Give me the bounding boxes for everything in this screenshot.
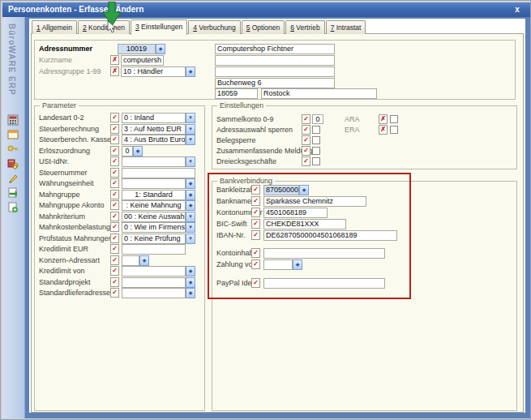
spinner-icon[interactable]: ◆	[186, 200, 195, 211]
spinner-icon[interactable]: ◆	[186, 288, 195, 298]
check-icon[interactable]: ✓	[110, 168, 119, 178]
adressgruppe-field[interactable]: 10 : Händler	[121, 66, 186, 77]
bankname-field[interactable]: Sparkasse Chemnitz	[263, 196, 366, 207]
city-field[interactable]: Rostock	[261, 88, 377, 99]
check-icon[interactable]: ✓	[110, 234, 119, 243]
address-name3-field[interactable]	[215, 66, 335, 77]
check-icon[interactable]: ✓	[110, 277, 119, 287]
steuerberechn-kasse-dropdown[interactable]: 4 : Aus Brutto Euro	[122, 135, 186, 145]
spinner-icon[interactable]: ◆	[299, 185, 309, 195]
standardprojekt-field[interactable]	[122, 277, 186, 288]
check-icon[interactable]: ✓	[302, 135, 310, 145]
dropdown-icon[interactable]: ▼	[186, 234, 195, 244]
erloeszuordnung-field[interactable]: 0	[122, 146, 133, 156]
adressnummer-field[interactable]: 10019	[118, 44, 156, 54]
ledger-coins-icon[interactable]	[7, 158, 19, 169]
check-icon[interactable]: ✓	[110, 222, 119, 232]
check-icon[interactable]: ✓	[251, 259, 260, 269]
standardlieferadresse-field[interactable]	[122, 288, 186, 298]
x-icon[interactable]: ✗	[110, 55, 119, 65]
close-icon[interactable]: x	[512, 2, 523, 17]
steuernummer-field[interactable]	[122, 168, 195, 178]
document-export-icon[interactable]	[7, 187, 19, 199]
mahnkostenbelastung-dropdown[interactable]: 0 : Wie im Firmenstamm eing	[122, 222, 186, 233]
x-icon[interactable]: ✗	[379, 114, 388, 124]
spinner-icon[interactable]: ◆	[186, 277, 195, 288]
ara-checkbox[interactable]	[390, 115, 398, 123]
bankleitzahl-field[interactable]: 87050000	[263, 185, 299, 195]
paypal-ident-field[interactable]	[263, 278, 385, 289]
spinner-icon[interactable]: ◆	[186, 190, 195, 200]
sammelkonto-field[interactable]: 0	[312, 114, 323, 124]
check-icon[interactable]: ✓	[251, 185, 260, 195]
kreditlimit-eur-field[interactable]	[122, 244, 186, 255]
belegsperre-checkbox[interactable]	[312, 136, 320, 144]
steuerberechnung-dropdown[interactable]: 3 : Auf Netto EUR	[122, 124, 186, 135]
tab-optionen[interactable]: 5 Optionen	[242, 20, 285, 34]
check-icon[interactable]: ✓	[110, 124, 119, 134]
title-bar[interactable]: Personenkonten - Erfassen/Ändern x	[2, 2, 530, 17]
adressgruppe-spinner[interactable]: ◆	[186, 66, 195, 77]
spinner-icon[interactable]: ◆	[133, 146, 143, 156]
kontonummer-field[interactable]: 4501068189	[263, 208, 328, 218]
check-icon[interactable]: ✓	[251, 196, 260, 206]
dreiecksgeschaefte-checkbox[interactable]	[312, 157, 320, 165]
zahlung-von-field[interactable]	[263, 259, 293, 270]
waehrungseinheit-field[interactable]	[122, 178, 186, 189]
dropdown-icon[interactable]: ▼	[186, 222, 195, 233]
landesart-dropdown[interactable]: 0 : Inland	[122, 113, 186, 123]
zusammenfassende-meldung-checkbox[interactable]	[312, 147, 320, 155]
check-icon[interactable]: ✓	[110, 135, 119, 144]
check-icon[interactable]: ✓	[110, 288, 119, 298]
spinner-icon[interactable]: ◆	[186, 266, 195, 276]
check-icon[interactable]: ✓	[302, 114, 310, 124]
iban-field[interactable]: DE62870500004501068189	[263, 230, 397, 241]
spinner-icon[interactable]: ◆	[139, 255, 149, 266]
konzern-adressart-field[interactable]	[122, 255, 139, 266]
tab-intrastat[interactable]: 7 Intrastat	[326, 20, 366, 34]
address-name2-field[interactable]	[215, 55, 335, 66]
tab-vertrieb[interactable]: 6 Vertrieb	[285, 20, 324, 34]
pen-icon[interactable]	[7, 173, 19, 184]
calculator-icon[interactable]	[7, 114, 19, 126]
ust-idnr-dropdown[interactable]	[122, 156, 186, 167]
kontoinhaber-field[interactable]	[263, 248, 385, 259]
x-icon[interactable]: ✗	[110, 66, 119, 76]
kurzname-field[interactable]: computersh	[121, 55, 164, 66]
check-icon[interactable]: ✓	[110, 190, 119, 199]
check-icon[interactable]: ✓	[110, 212, 119, 221]
check-icon[interactable]: ✓	[251, 208, 260, 217]
pruefstatus-dropdown[interactable]: 0 : Keine Prüfung	[122, 234, 186, 244]
mahnkriterium-dropdown[interactable]: 00 : Keine Auswahl	[122, 212, 186, 222]
check-icon[interactable]: ✓	[110, 255, 119, 265]
mahngruppe-akonto-field[interactable]: : Keine Mahnung	[122, 200, 186, 211]
street-field[interactable]: Buchenweg 6	[215, 78, 335, 88]
check-icon[interactable]: ✓	[110, 200, 119, 210]
check-icon[interactable]: ✓	[110, 156, 119, 166]
key-icon[interactable]	[7, 144, 19, 155]
dropdown-icon[interactable]: ▼	[186, 113, 195, 123]
check-icon[interactable]: ✓	[110, 146, 119, 156]
tab-allgemein[interactable]: 1 Allgemein	[32, 20, 77, 34]
adressnummer-spinner[interactable]: ◆	[156, 44, 165, 54]
check-icon[interactable]: ✓	[110, 244, 119, 254]
spinner-icon[interactable]: ◆	[186, 178, 195, 189]
check-icon[interactable]: ✓	[251, 230, 260, 240]
check-icon[interactable]: ✓	[302, 156, 310, 166]
x-icon[interactable]: ✗	[379, 125, 388, 135]
check-icon[interactable]: ✓	[251, 219, 260, 229]
tab-verbuchung[interactable]: 4 Verbuchung	[188, 20, 240, 34]
dropdown-icon[interactable]: ▼	[186, 156, 195, 167]
dropdown-icon[interactable]: ▼	[186, 135, 195, 145]
dropdown-icon[interactable]: ▼	[186, 124, 195, 135]
check-icon[interactable]: ✓	[302, 125, 310, 135]
zip-field[interactable]: 18059	[215, 88, 258, 99]
spinner-icon[interactable]: ◆	[293, 259, 302, 270]
era-checkbox[interactable]	[390, 126, 398, 134]
tab-einstellungen[interactable]: 3 Einstellungen	[131, 19, 187, 35]
check-icon[interactable]: ✓	[251, 278, 260, 288]
check-icon[interactable]: ✓	[110, 178, 119, 188]
dropdown-icon[interactable]: ▼	[186, 212, 195, 222]
mahngruppe-field[interactable]: 1: Standard	[122, 190, 186, 200]
document-add-icon[interactable]	[7, 202, 19, 213]
